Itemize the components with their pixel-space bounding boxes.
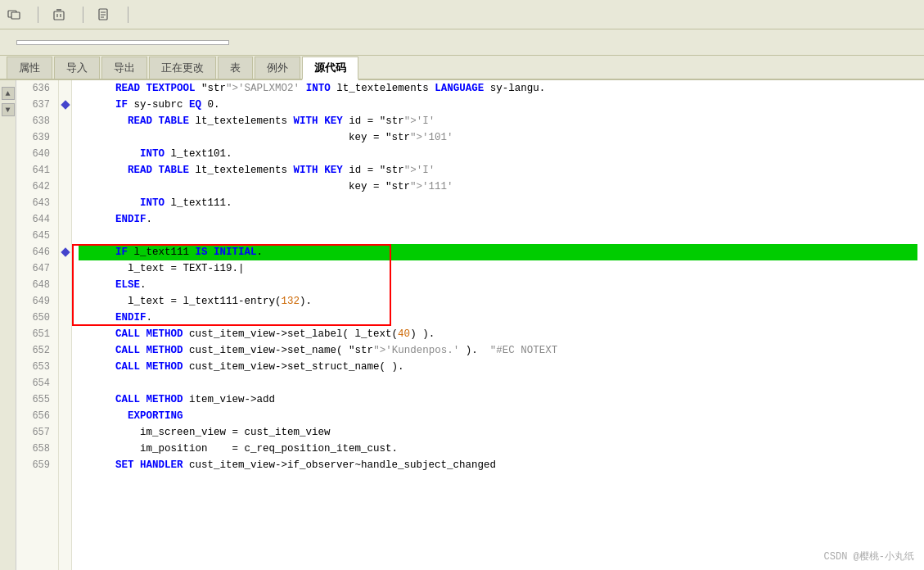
- line-number: 659: [21, 457, 53, 473]
- tab-源代码[interactable]: 源代码: [302, 57, 358, 80]
- code-line-653[interactable]: CALL METHOD cust_item_view->set_struct_n…: [79, 359, 917, 375]
- tab-表[interactable]: 表: [218, 57, 253, 79]
- line-number: 642: [21, 179, 53, 195]
- tab-导出[interactable]: 导出: [101, 57, 147, 79]
- code-line-638[interactable]: READ TABLE lt_textelements WITH KEY id =…: [79, 113, 917, 129]
- line-number: 657: [21, 424, 53, 441]
- code-line-659[interactable]: SET HANDLER cust_item_view->if_observer~…: [79, 457, 917, 473]
- code-line-656[interactable]: EXPORTING: [79, 408, 917, 424]
- sep2: [83, 7, 83, 23]
- line-number: 646: [21, 244, 53, 260]
- code-line-654[interactable]: [79, 375, 917, 391]
- breakpoint-cell[interactable]: [59, 424, 71, 441]
- breakpoint-cell[interactable]: [59, 391, 71, 408]
- breakpoint-cell[interactable]: [59, 162, 71, 179]
- scroll-down-btn[interactable]: ▼: [2, 103, 15, 116]
- code-line-657[interactable]: im_screen_view = cust_item_view: [79, 424, 917, 441]
- replace-icon: [7, 7, 21, 22]
- tab-正在更改[interactable]: 正在更改: [149, 57, 216, 79]
- sep3: [128, 7, 128, 23]
- code-line-642[interactable]: key = "str">'111': [79, 179, 917, 195]
- sep1: [38, 7, 38, 23]
- code-line-648[interactable]: ELSE.: [79, 277, 917, 293]
- watermark: CSDN @樱桃-小丸纸: [824, 550, 914, 563]
- replace-button[interactable]: [7, 7, 25, 22]
- breakpoint-cell[interactable]: [59, 146, 71, 162]
- breakpoint-cell[interactable]: [59, 179, 71, 195]
- breakpoint-cell[interactable]: [59, 375, 71, 391]
- code-line-641[interactable]: READ TABLE lt_textelements WITH KEY id =…: [79, 162, 917, 179]
- breakpoint-cell[interactable]: [59, 277, 71, 293]
- breakpoint-cell[interactable]: [59, 80, 71, 97]
- line-number: 641: [21, 162, 53, 179]
- breakpoint-cell[interactable]: [59, 310, 71, 326]
- breakpoint-diamond: [61, 100, 70, 109]
- breakpoint-cell[interactable]: [59, 408, 71, 424]
- code-line-643[interactable]: INTO l_text111.: [79, 195, 917, 211]
- line-number: 645: [21, 228, 53, 244]
- toolbar: [0, 0, 924, 29]
- line-number: 652: [21, 342, 53, 359]
- breakpoint-cell[interactable]: [59, 326, 71, 342]
- scroll-up-btn[interactable]: ▲: [2, 87, 15, 100]
- code-lines[interactable]: READ TEXTPOOL "str">'SAPLXMO2' INTO lt_t…: [72, 80, 924, 570]
- line-number: 648: [21, 277, 53, 293]
- tab-例外[interactable]: 例外: [255, 57, 300, 79]
- line-number: 643: [21, 195, 53, 211]
- line-number: 650: [21, 310, 53, 326]
- breakpoint-cell[interactable]: [59, 441, 71, 457]
- line-number: 640: [21, 146, 53, 162]
- delete-button[interactable]: [52, 7, 70, 22]
- module-bar: [0, 29, 924, 56]
- line-number: 655: [21, 391, 53, 408]
- tab-导入[interactable]: 导入: [54, 57, 100, 79]
- code-line-655[interactable]: CALL METHOD item_view->add: [79, 391, 917, 408]
- breakpoint-cell[interactable]: [59, 113, 71, 129]
- breakpoint-cell[interactable]: [59, 293, 71, 310]
- code-line-639[interactable]: key = "str">'101': [79, 129, 917, 146]
- code-line-645[interactable]: [79, 228, 917, 244]
- code-line-650[interactable]: ENDIF.: [79, 310, 917, 326]
- line-number: 653: [21, 359, 53, 375]
- breakpoint-diamond: [61, 247, 70, 256]
- code-line-658[interactable]: im_position = c_req_position_item_cust.: [79, 441, 917, 457]
- delete-icon: [52, 7, 66, 22]
- svg-rect-1: [11, 12, 20, 19]
- line-number: 637: [21, 97, 53, 113]
- line-number: 644: [21, 211, 53, 228]
- breakpoint-cell[interactable]: [59, 342, 71, 359]
- code-area: 6366376386396406416426436446456466476486…: [16, 80, 924, 570]
- tab-属性[interactable]: 属性: [7, 57, 52, 79]
- breakpoint-cell[interactable]: [59, 129, 71, 146]
- breakpoint-cell[interactable]: [59, 195, 71, 211]
- code-line-646[interactable]: IF l_text111 IS INITIAL.: [79, 244, 917, 260]
- breakpoint-cell[interactable]: [59, 97, 71, 113]
- line-numbers: 6366376386396406416426436446456466476486…: [16, 80, 59, 570]
- breakpoint-cell[interactable]: [59, 228, 71, 244]
- line-number: 656: [21, 408, 53, 424]
- breakpoint-col: [59, 80, 72, 570]
- line-number: 649: [21, 293, 53, 310]
- code-line-637[interactable]: IF sy-subrc EQ 0.: [79, 97, 917, 113]
- breakpoint-cell[interactable]: [59, 359, 71, 375]
- line-number: 638: [21, 113, 53, 129]
- tab-bar: 属性导入导出正在更改表例外源代码: [0, 56, 924, 80]
- func-doc-icon: [97, 7, 111, 22]
- code-line-651[interactable]: CALL METHOD cust_item_view->set_label( l…: [79, 326, 917, 342]
- breakpoint-cell[interactable]: [59, 260, 71, 277]
- code-line-644[interactable]: ENDIF.: [79, 211, 917, 228]
- breakpoint-cell[interactable]: [59, 211, 71, 228]
- code-line-647[interactable]: l_text = TEXT-i19.|: [79, 260, 917, 277]
- breakpoint-cell[interactable]: [59, 244, 71, 260]
- line-number: 636: [21, 80, 53, 97]
- line-number: 647: [21, 260, 53, 277]
- code-line-640[interactable]: INTO l_text101.: [79, 146, 917, 162]
- func-doc-button[interactable]: [97, 7, 115, 22]
- code-line-636[interactable]: READ TEXTPOOL "str">'SAPLXMO2' INTO lt_t…: [79, 80, 917, 97]
- line-number: 651: [21, 326, 53, 342]
- breakpoint-cell[interactable]: [59, 457, 71, 473]
- code-line-649[interactable]: l_text = l_text111-entry(132).: [79, 293, 917, 310]
- code-line-652[interactable]: CALL METHOD cust_item_view->set_name( "s…: [79, 342, 917, 359]
- line-number: 654: [21, 375, 53, 391]
- module-name[interactable]: [16, 40, 229, 45]
